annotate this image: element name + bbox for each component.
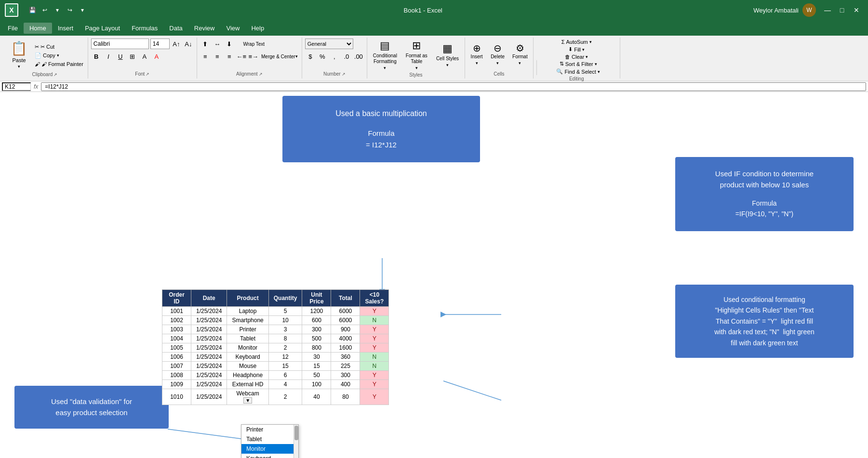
dropdown-item[interactable]: Keyboard [241, 454, 298, 458]
italic-btn[interactable]: I [103, 51, 114, 62]
table-cell[interactable]: Webcam ▼ [227, 389, 268, 405]
format-table-dropdown-icon[interactable]: ▾ [415, 65, 418, 70]
menu-data[interactable]: Data [163, 23, 188, 34]
align-left-btn[interactable]: ≡ [200, 51, 211, 62]
formula-input[interactable] [41, 82, 866, 91]
delete-dropdown-icon[interactable]: ▾ [496, 61, 499, 65]
table-cell: Y [360, 371, 389, 380]
align-right-btn[interactable]: ≡ [224, 51, 235, 62]
number-expand-icon[interactable]: ↗ [342, 72, 346, 77]
merge-center-btn[interactable]: Merge & Center ▾ [260, 51, 299, 62]
save-quick-btn[interactable]: 💾 [27, 5, 38, 15]
wrap-text-btn[interactable]: Wrap Text [240, 39, 268, 49]
cell-styles-dropdown-icon[interactable]: ▾ [446, 63, 449, 67]
underline-btn[interactable]: U [115, 51, 126, 62]
table-cell: 1008 [162, 371, 191, 380]
table-cell[interactable]: Keyboard [227, 353, 268, 362]
find-select-btn[interactable]: 🔍 Find & Select ▾ [555, 68, 601, 75]
format-painter-button[interactable]: 🖌 🖌 Format Painter [33, 61, 85, 67]
table-cell[interactable]: Mouse [227, 362, 268, 371]
paste-button[interactable]: 📋 Paste ▾ [7, 39, 31, 71]
table-cell: 1001 [162, 307, 191, 316]
table-cell: 40 [302, 389, 331, 405]
table-cell[interactable]: Printer [227, 325, 268, 334]
insert-dropdown-icon[interactable]: ▾ [476, 61, 478, 65]
product-dropdown[interactable]: PrinterTabletMonitorKeyboardMouseHeadpho… [241, 424, 299, 458]
copy-button[interactable]: 📄 Copy ▾ [33, 52, 85, 59]
menu-insert[interactable]: Insert [52, 23, 80, 34]
menu-page-layout[interactable]: Page Layout [79, 23, 126, 34]
close-btn[interactable]: ✕ [850, 3, 863, 17]
decrease-font-btn[interactable]: A↓ [183, 39, 194, 49]
table-cell: 1/25/2024 [191, 362, 227, 371]
redo-btn[interactable]: ↪ [65, 5, 75, 15]
bold-btn[interactable]: B [91, 51, 102, 62]
table-cell[interactable]: Headphone [227, 371, 268, 380]
table-cell: 6 [268, 371, 302, 380]
table-cell[interactable]: Smartphone [227, 316, 268, 325]
format-as-table-btn[interactable]: ⊞ Format as Table ▾ [403, 39, 430, 71]
format-dropdown-icon[interactable]: ▾ [519, 61, 521, 65]
conditional-formatting-btn[interactable]: ▤ Conditional Formatting ▾ [370, 39, 400, 71]
menu-home[interactable]: Home [24, 23, 52, 34]
menu-file[interactable]: File [2, 23, 24, 34]
maximize-btn[interactable]: □ [835, 3, 849, 17]
paste-dropdown-icon[interactable]: ▾ [18, 64, 20, 69]
table-cell[interactable]: External HD [227, 380, 268, 389]
table-cell[interactable]: Monitor [227, 343, 268, 353]
undo-btn[interactable]: ↩ [40, 5, 50, 15]
cell-styles-btn[interactable]: ▦ Cell Styles ▾ [433, 41, 462, 68]
table-cell[interactable]: Laptop [227, 307, 268, 316]
dropdown-item[interactable]: Tablet [241, 434, 298, 444]
font-name-input[interactable] [91, 39, 149, 49]
alignment-expand-icon[interactable]: ↗ [259, 72, 263, 77]
increase-decimal-btn[interactable]: .00 [353, 51, 364, 62]
if-callout-formula: Formula=IF(I9<10, "Y", "N") [689, 198, 840, 220]
clear-btn[interactable]: 🗑 Clear ▾ [563, 53, 589, 60]
delete-cells-btn[interactable]: ⊖ Delete ▾ [488, 42, 507, 67]
fill-btn[interactable]: ⬇ Fill ▾ [567, 46, 586, 53]
currency-btn[interactable]: $ [305, 51, 316, 62]
increase-indent-btn[interactable]: ≡→ [248, 51, 259, 62]
undo-dropdown-btn[interactable]: ▾ [52, 5, 63, 15]
increase-font-btn[interactable]: A↑ [171, 39, 182, 49]
menu-review[interactable]: Review [188, 23, 221, 34]
dropdown-item[interactable]: Monitor [241, 444, 298, 454]
fill-color-btn[interactable]: A [139, 51, 150, 62]
cut-button[interactable]: ✂ ✂ Cut [33, 43, 85, 51]
conditional-dropdown-icon[interactable]: ▾ [384, 65, 386, 70]
user-info: Weylor Ambatali W [753, 3, 816, 17]
menu-help[interactable]: Help [245, 23, 270, 34]
dropdown-scrollbar[interactable] [294, 425, 298, 458]
font-expand-icon[interactable]: ↗ [146, 72, 149, 77]
clipboard-expand-icon[interactable]: ↗ [53, 72, 57, 77]
insert-cells-btn[interactable]: ⊕ Insert ▾ [468, 42, 485, 67]
autosum-btn[interactable]: Σ AutoSum ▾ [560, 39, 593, 45]
table-cell: 300 [331, 371, 360, 380]
align-top-btn[interactable]: ⬆ [200, 39, 211, 49]
align-middle-btn[interactable]: ↔ [212, 39, 223, 49]
dropdown-item[interactable]: Printer [241, 425, 298, 434]
customize-btn[interactable]: ▾ [77, 5, 88, 15]
dropdown-arrow-btn[interactable]: ▼ [243, 397, 252, 404]
format-icon: ⚙ [516, 43, 524, 53]
decrease-decimal-btn[interactable]: .0 [341, 51, 352, 62]
table-cell: 900 [331, 325, 360, 334]
font-color-btn[interactable]: A [151, 51, 162, 62]
table-cell[interactable]: Tablet [227, 334, 268, 343]
conditional-formatting-callout: Used conditional formatting "Highlight C… [675, 285, 854, 358]
percent-btn[interactable]: % [317, 51, 328, 62]
cell-reference-input[interactable] [2, 82, 31, 91]
minimize-btn[interactable]: — [821, 3, 834, 17]
sort-filter-btn[interactable]: ⇅ Sort & Filter ▾ [558, 60, 599, 67]
comma-btn[interactable]: , [329, 51, 340, 62]
align-bottom-btn[interactable]: ⬇ [224, 39, 235, 49]
align-center-btn[interactable]: ≡ [212, 51, 223, 62]
font-size-input[interactable] [150, 39, 170, 49]
decrease-indent-btn[interactable]: ←≡ [236, 51, 247, 62]
border-btn[interactable]: ⊞ [127, 51, 138, 62]
number-format-select[interactable]: General [305, 39, 353, 49]
menu-formulas[interactable]: Formulas [126, 23, 163, 34]
format-cells-btn[interactable]: ⚙ Format ▾ [510, 42, 530, 67]
menu-view[interactable]: View [220, 23, 245, 34]
